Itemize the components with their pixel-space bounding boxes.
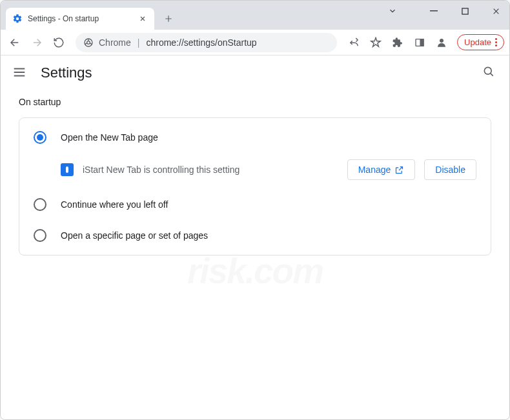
titlebar: Settings - On startup (1, 1, 509, 30)
forward-button[interactable] (28, 34, 46, 52)
radio-option-new-tab[interactable]: Open the New Tab page (19, 122, 491, 153)
svg-point-8 (484, 67, 491, 74)
extensions-icon[interactable] (389, 34, 407, 52)
profile-icon[interactable] (433, 34, 451, 52)
maximize-button[interactable] (455, 3, 474, 19)
extension-icon (61, 163, 74, 176)
sidepanel-icon[interactable] (411, 34, 429, 52)
browser-tab[interactable]: Settings - On startup (6, 8, 154, 30)
svg-rect-0 (430, 10, 438, 12)
tab-title: Settings - On startup (28, 14, 99, 23)
extension-controlled-notice: iStart New Tab is controlling this setti… (19, 153, 491, 189)
page-title: Settings (41, 65, 92, 81)
chrome-logo-icon (83, 37, 94, 48)
gear-icon (12, 14, 23, 24)
radio-button[interactable] (34, 198, 46, 211)
startup-card: Open the New Tab page iStart New Tab is … (19, 117, 491, 255)
manage-label: Manage (358, 165, 391, 175)
omnibox-separator: | (138, 37, 140, 48)
radio-option-specific-pages[interactable]: Open a specific page or set of pages (19, 220, 491, 251)
radio-option-continue[interactable]: Continue where you left off (19, 189, 491, 220)
svg-rect-1 (462, 8, 467, 14)
back-button[interactable] (6, 34, 24, 52)
search-icon[interactable] (482, 65, 498, 81)
close-window-button[interactable] (486, 3, 505, 19)
more-icon (495, 38, 497, 46)
svg-point-7 (440, 39, 444, 43)
content-area: PCrisk.com Settings On startup Open the … (1, 55, 509, 420)
radio-label: Continue where you left off (61, 199, 168, 210)
update-label: Update (464, 37, 491, 47)
omnibox-prefix: Chrome (99, 37, 131, 48)
disable-button[interactable]: Disable (424, 159, 476, 180)
external-link-icon (394, 165, 404, 175)
minimize-button[interactable] (424, 3, 444, 19)
svg-point-3 (87, 41, 90, 44)
svg-rect-6 (420, 39, 423, 46)
radio-label: Open a specific page or set of pages (61, 230, 208, 241)
reload-button[interactable] (50, 34, 68, 52)
share-icon[interactable] (345, 34, 363, 52)
section-title: On startup (19, 97, 491, 107)
settings-header: Settings (1, 55, 509, 90)
radio-button[interactable] (34, 229, 46, 242)
new-tab-button[interactable] (159, 10, 178, 28)
disable-label: Disable (435, 165, 465, 175)
address-bar[interactable]: Chrome | chrome://settings/onStartup (76, 33, 337, 52)
radio-label: Open the New Tab page (61, 132, 158, 143)
manage-button[interactable]: Manage (347, 159, 416, 180)
browser-toolbar: Chrome | chrome://settings/onStartup Upd… (1, 30, 509, 55)
update-button[interactable]: Update (457, 34, 504, 50)
omnibox-url: chrome://settings/onStartup (146, 37, 256, 48)
chevron-down-icon[interactable] (383, 3, 402, 19)
bookmark-icon[interactable] (367, 34, 385, 52)
close-icon[interactable] (138, 14, 148, 24)
radio-button[interactable] (34, 131, 46, 144)
window-controls (383, 3, 505, 19)
menu-icon[interactable] (12, 65, 28, 81)
settings-page: On startup Open the New Tab page iStart … (1, 90, 509, 262)
controlled-text: iStart New Tab is controlling this setti… (83, 165, 338, 175)
